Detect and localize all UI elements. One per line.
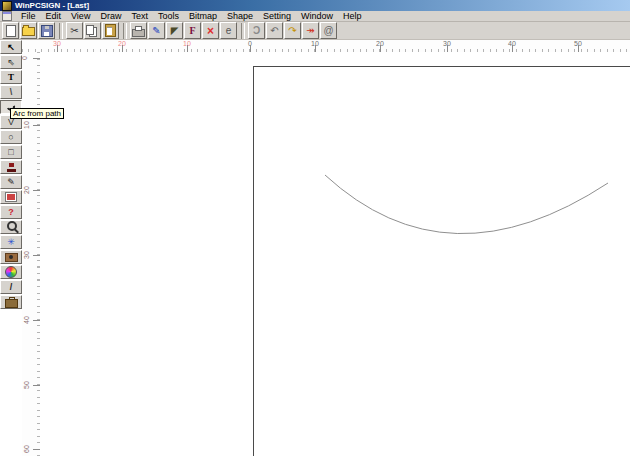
question-icon: ? [8, 208, 14, 217]
menu-bar: FileEditViewDrawTextToolsBitmapShapeSett… [0, 11, 630, 22]
palette-tool[interactable] [0, 265, 22, 279]
ruler-v-major-tick [33, 320, 40, 321]
menu-draw[interactable]: Draw [95, 11, 126, 22]
rectangle-icon: □ [8, 148, 13, 157]
ellipse-tool[interactable]: ○ [0, 130, 22, 144]
copy-pages-icon [86, 25, 94, 35]
delete-button[interactable]: × [202, 22, 219, 39]
ruler-v-major-tick [33, 385, 40, 386]
paste-button[interactable] [102, 22, 119, 39]
tool-palette: ↖⇖T\V○□✎?✳/ [0, 40, 22, 310]
menu-setting[interactable]: Setting [258, 11, 296, 22]
magnifier-icon [7, 221, 17, 231]
pointer-icon: ↖ [7, 43, 15, 52]
line-tool[interactable]: \ [0, 85, 22, 99]
flip-button[interactable]: ↠ [302, 22, 319, 39]
menu-tools[interactable]: Tools [153, 11, 184, 22]
knife-tool[interactable]: / [0, 280, 22, 294]
ruler-v-major-tick [33, 125, 40, 126]
ruler-h-major-tick [187, 45, 188, 52]
toolbox-tool[interactable] [0, 295, 22, 309]
title-bar: WinPCSIGN - [Last] [0, 0, 630, 11]
camera-icon [5, 253, 18, 262]
menu-edit[interactable]: Edit [41, 11, 67, 22]
copy-button[interactable] [84, 22, 101, 39]
pen-plot-button[interactable]: ✎ [148, 22, 165, 39]
pencil-tool[interactable]: ✎ [0, 175, 22, 189]
ruler-v-major-tick [33, 255, 40, 256]
arc-layer [40, 52, 630, 456]
font-f-icon: F [189, 26, 195, 36]
redo-arrow-icon: ↷ [288, 26, 296, 36]
at-button[interactable]: @ [320, 22, 337, 39]
ruler-v-label: 20 [23, 186, 30, 194]
menu-text[interactable]: Text [126, 11, 153, 22]
ruler-h-major-tick [315, 45, 316, 52]
ruler-h-major-tick [512, 45, 513, 52]
ruler-h-major-tick [380, 45, 381, 52]
save-button[interactable] [38, 22, 55, 39]
double-arrow-icon: ↠ [306, 26, 314, 36]
ellipse-icon: ○ [8, 133, 13, 142]
ruler-v-label: 50 [23, 381, 30, 389]
undo-arrow-icon: ↶ [270, 26, 278, 36]
text-tool[interactable]: T [0, 70, 22, 84]
menu-file[interactable]: File [16, 11, 41, 22]
line-icon: \ [10, 88, 13, 97]
undo-button[interactable]: ↶ [266, 22, 283, 39]
open-folder-icon [22, 27, 35, 36]
palette-icon [5, 266, 17, 278]
menu-bitmap[interactable]: Bitmap [184, 11, 222, 22]
ruler-h-major-tick [447, 45, 448, 52]
ruler-h-major-tick [57, 45, 58, 52]
app-icon [2, 1, 12, 11]
tooltip: Arc from path [10, 108, 64, 119]
ruler-v-major-tick [33, 58, 40, 59]
ruler-v-label: 30 [23, 251, 30, 259]
spray-icon: ✳ [7, 238, 15, 247]
node-pointer-icon: ⇖ [7, 58, 15, 67]
curve-icon: Ɔ [253, 26, 260, 36]
stamp-icon [7, 163, 16, 172]
ruler-v-label: 60 [23, 445, 30, 453]
print-button[interactable] [130, 22, 147, 39]
triangle-flag-icon: ◤ [171, 26, 179, 36]
printer-icon [132, 29, 145, 37]
redo-button[interactable]: ↷ [284, 22, 301, 39]
select-tool[interactable]: ↖ [0, 40, 22, 54]
menu-help[interactable]: Help [338, 11, 367, 22]
ruler-h-major-tick [122, 45, 123, 52]
tooltip-text: Arc from path [13, 109, 61, 118]
at-symbol-icon: @ [323, 26, 333, 36]
picture-tool[interactable] [0, 190, 22, 204]
menu-view[interactable]: View [66, 11, 95, 22]
arc-reverse-button[interactable]: Ɔ [248, 22, 265, 39]
camera-tool[interactable] [0, 250, 22, 264]
euro-button[interactable]: e [220, 22, 237, 39]
font-button[interactable]: F [184, 22, 201, 39]
rectangle-tool[interactable]: □ [0, 145, 22, 159]
window-title: WinPCSIGN - [Last] [15, 1, 89, 10]
drawing-canvas[interactable] [40, 52, 630, 456]
ruler-h-major-tick [250, 45, 251, 52]
cut-sign-button[interactable]: ◤ [166, 22, 183, 39]
ruler-v-label: 40 [23, 316, 30, 324]
cut-button[interactable]: ✂ [66, 22, 83, 39]
mdi-child-icon[interactable] [2, 11, 12, 21]
app-window: WinPCSIGN - [Last] FileEditViewDrawTextT… [0, 0, 630, 456]
zoom-tool[interactable] [0, 220, 22, 234]
arc-shape[interactable] [325, 175, 608, 234]
menu-shape[interactable]: Shape [222, 11, 258, 22]
node-edit-tool[interactable]: ⇖ [0, 55, 22, 69]
help-tool[interactable]: ? [0, 205, 22, 219]
ruler-v-label: 0 [21, 56, 28, 60]
pen-icon: ✎ [152, 26, 160, 36]
spray-tool[interactable]: ✳ [0, 235, 22, 249]
stamp-tool[interactable] [0, 160, 22, 174]
open-button[interactable] [20, 22, 37, 39]
save-floppy-icon [41, 25, 53, 37]
menu-window[interactable]: Window [296, 11, 338, 22]
new-button[interactable] [2, 22, 19, 39]
toolbar-separator [123, 23, 127, 39]
ruler-v-major-tick [33, 190, 40, 191]
